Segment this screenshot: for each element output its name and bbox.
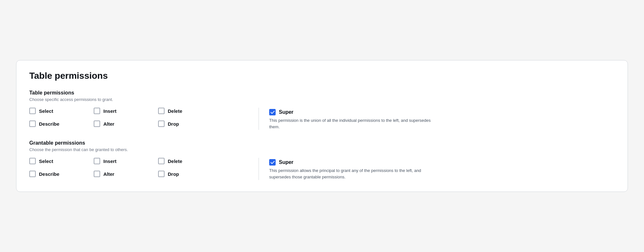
table-permissions-layout: Select Insert Delete Describe: [29, 108, 615, 130]
checkbox-label-table-describe: Describe: [39, 121, 59, 127]
table-permissions-desc: Choose specific access permissions to gr…: [29, 97, 615, 102]
table-permissions-checkboxes-container: Select Insert Delete Describe: [29, 108, 248, 130]
checkbox-table-insert[interactable]: Insert: [94, 108, 158, 114]
checkbox-grantable-select[interactable]: Select: [29, 158, 94, 164]
checkbox-box-table-select[interactable]: [29, 108, 36, 114]
table-super-label: Super: [279, 109, 293, 115]
checkbox-box-grantable-drop[interactable]: [158, 171, 165, 177]
checkbox-box-table-super[interactable]: [269, 109, 276, 115]
checkbox-label-grantable-describe: Describe: [39, 171, 59, 177]
table-permissions-title: Table permissions: [29, 90, 615, 96]
checkbox-box-grantable-super[interactable]: [269, 159, 276, 166]
grantable-super-desc: This permission allows the principal to …: [269, 167, 437, 180]
checkbox-grantable-delete[interactable]: Delete: [158, 158, 223, 164]
table-checkboxes-grid: Select Insert Delete Describe: [29, 108, 248, 127]
checkbox-grantable-alter[interactable]: Alter: [94, 171, 158, 177]
checkbox-label-table-select: Select: [39, 108, 53, 114]
grantable-permissions-layout: Select Insert Delete Describe: [29, 158, 615, 180]
grantable-super-row: Super: [269, 159, 615, 166]
checkbox-table-describe[interactable]: Describe: [29, 121, 94, 127]
checkbox-label-grantable-alter: Alter: [103, 171, 114, 177]
checkbox-table-delete[interactable]: Delete: [158, 108, 223, 114]
grantable-checkboxes-grid: Select Insert Delete Describe: [29, 158, 248, 177]
checkbox-box-grantable-alter[interactable]: [94, 171, 100, 177]
checkbox-box-table-alter[interactable]: [94, 121, 100, 127]
checkbox-label-table-drop: Drop: [168, 121, 179, 127]
checkbox-grantable-drop[interactable]: Drop: [158, 171, 223, 177]
checkbox-box-grantable-delete[interactable]: [158, 158, 165, 164]
checkbox-box-table-delete[interactable]: [158, 108, 165, 114]
grantable-super-label: Super: [279, 159, 293, 165]
checkbox-table-select[interactable]: Select: [29, 108, 94, 114]
checkbox-table-drop[interactable]: Drop: [158, 121, 223, 127]
grantable-permissions-title: Grantable permissions: [29, 140, 615, 146]
table-super-row: Super: [269, 109, 615, 115]
table-super-desc: This permission is the union of all the …: [269, 117, 437, 130]
checkbox-grantable-super[interactable]: Super: [269, 159, 293, 166]
page-title: Table permissions: [29, 71, 615, 81]
checkbox-box-grantable-describe[interactable]: [29, 171, 36, 177]
checkbox-table-alter[interactable]: Alter: [94, 121, 158, 127]
divider-grantable: [259, 158, 259, 180]
checkbox-table-super[interactable]: Super: [269, 109, 293, 115]
table-permissions-card: Table permissions Table permissions Choo…: [16, 60, 628, 192]
checkbox-box-table-drop[interactable]: [158, 121, 165, 127]
checkbox-grantable-describe[interactable]: Describe: [29, 171, 94, 177]
grantable-super-container: Super This permission allows the princip…: [269, 158, 615, 180]
checkbox-label-grantable-select: Select: [39, 158, 53, 164]
checkbox-grantable-insert[interactable]: Insert: [94, 158, 158, 164]
checkbox-label-table-insert: Insert: [103, 108, 117, 114]
checkbox-label-grantable-drop: Drop: [168, 171, 179, 177]
grantable-permissions-checkboxes-container: Select Insert Delete Describe: [29, 158, 248, 180]
divider-table: [259, 108, 259, 130]
checkbox-box-grantable-select[interactable]: [29, 158, 36, 164]
checkbox-label-grantable-delete: Delete: [168, 158, 182, 164]
table-permissions-section: Table permissions Choose specific access…: [29, 90, 615, 130]
grantable-permissions-section: Grantable permissions Choose the permiss…: [29, 140, 615, 180]
grantable-permissions-desc: Choose the permission that can be grante…: [29, 147, 615, 152]
checkbox-label-grantable-insert: Insert: [103, 158, 117, 164]
checkbox-box-grantable-insert[interactable]: [94, 158, 100, 164]
checkbox-label-table-alter: Alter: [103, 121, 114, 127]
checkbox-label-table-delete: Delete: [168, 108, 182, 114]
table-super-container: Super This permission is the union of al…: [269, 108, 615, 130]
checkbox-box-table-insert[interactable]: [94, 108, 100, 114]
checkbox-box-table-describe[interactable]: [29, 121, 36, 127]
